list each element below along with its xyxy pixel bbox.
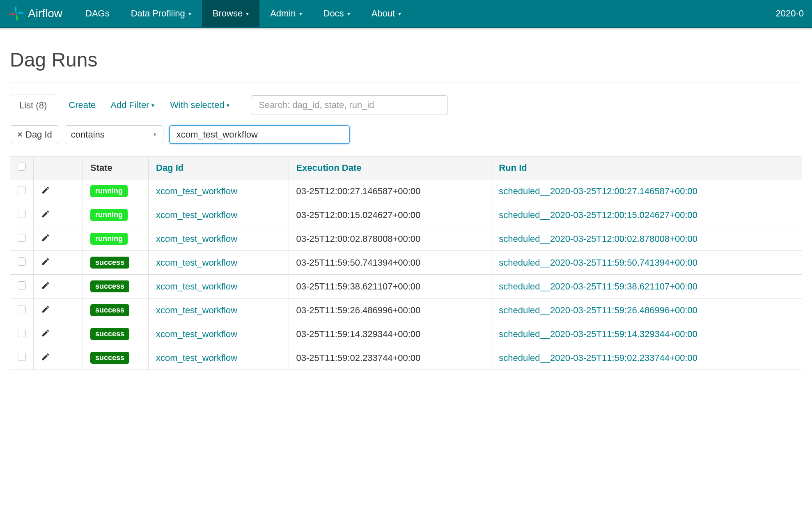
dag-id-cell[interactable]: xcom_test_workflow bbox=[149, 179, 289, 203]
execution-date-cell: 03-25T11:59:38.621107+00:00 bbox=[289, 275, 491, 299]
row-checkbox[interactable] bbox=[18, 329, 26, 337]
nav-item-label: Admin bbox=[270, 8, 296, 19]
edit-icon[interactable] bbox=[41, 257, 50, 269]
utc-clock: 2020-0 bbox=[775, 8, 804, 19]
table-row: successxcom_test_workflow03-25T11:59:14.… bbox=[10, 322, 802, 346]
edit-icon[interactable] bbox=[41, 233, 50, 245]
nav-item-docs[interactable]: Docs▾ bbox=[313, 0, 361, 27]
row-checkbox[interactable] bbox=[18, 353, 26, 361]
with-selected-link[interactable]: With selected▼ bbox=[167, 94, 233, 116]
filter-op-select[interactable]: contains ▼ bbox=[65, 125, 163, 144]
state-badge: running bbox=[90, 233, 128, 245]
filter-value-input[interactable] bbox=[169, 125, 350, 144]
state-badge: success bbox=[90, 257, 129, 269]
filter-field-chip[interactable]: ✕ Dag Id bbox=[10, 125, 59, 144]
remove-filter-icon[interactable]: ✕ bbox=[17, 130, 23, 139]
run-id-cell[interactable]: scheduled__2020-03-25T12:00:15.024627+00… bbox=[491, 203, 802, 227]
state-badge: success bbox=[90, 304, 129, 316]
dag-id-cell[interactable]: xcom_test_workflow bbox=[149, 346, 289, 370]
row-checkbox[interactable] bbox=[18, 281, 26, 289]
nav-item-browse[interactable]: Browse▾ bbox=[202, 0, 259, 27]
run-id-cell[interactable]: scheduled__2020-03-25T12:00:27.146587+00… bbox=[491, 179, 802, 203]
nav-item-label: DAGs bbox=[85, 8, 110, 19]
with-selected-label: With selected bbox=[170, 100, 224, 110]
search-input[interactable] bbox=[251, 95, 448, 115]
caret-down-icon: ▼ bbox=[225, 103, 230, 108]
dropdown-triangle-icon: ▼ bbox=[152, 132, 157, 138]
row-checkbox[interactable] bbox=[18, 234, 26, 242]
nav-item-admin[interactable]: Admin▾ bbox=[259, 0, 312, 27]
edit-icon[interactable] bbox=[41, 352, 50, 364]
caret-down-icon: ▾ bbox=[188, 10, 191, 17]
edit-icon[interactable] bbox=[41, 186, 50, 197]
edit-icon[interactable] bbox=[41, 281, 50, 292]
airflow-logo-icon bbox=[8, 5, 25, 22]
dag-id-cell[interactable]: xcom_test_workflow bbox=[149, 251, 289, 275]
brand-label: Airflow bbox=[28, 7, 62, 20]
state-badge: success bbox=[90, 328, 129, 340]
nav-item-dags[interactable]: DAGs bbox=[75, 0, 120, 27]
table-body: runningxcom_test_workflow03-25T12:00:27.… bbox=[10, 179, 802, 370]
dag-runs-table: State Dag Id Execution Date Run Id runni… bbox=[10, 156, 802, 370]
execution-date-cell: 03-25T11:59:02.233744+00:00 bbox=[289, 346, 491, 370]
edit-icon[interactable] bbox=[41, 328, 50, 340]
dag-id-cell[interactable]: xcom_test_workflow bbox=[149, 275, 289, 299]
page-title: Dag Runs bbox=[10, 48, 802, 71]
tab-row: List (8) Create Add Filter▼ With selecte… bbox=[10, 94, 802, 116]
execution-date-cell: 03-25T12:00:27.146587+00:00 bbox=[289, 179, 491, 203]
col-dag-id[interactable]: Dag Id bbox=[149, 157, 289, 179]
execution-date-cell: 03-25T11:59:50.741394+00:00 bbox=[289, 251, 491, 275]
caret-down-icon: ▾ bbox=[299, 10, 302, 17]
caret-down-icon: ▾ bbox=[246, 10, 249, 17]
table-row: runningxcom_test_workflow03-25T12:00:27.… bbox=[10, 179, 802, 203]
run-id-cell[interactable]: scheduled__2020-03-25T11:59:50.741394+00… bbox=[491, 251, 802, 275]
filter-op-value: contains bbox=[71, 129, 105, 140]
row-checkbox[interactable] bbox=[18, 257, 26, 266]
table-row: runningxcom_test_workflow03-25T12:00:02.… bbox=[10, 227, 802, 251]
state-badge: running bbox=[90, 185, 128, 197]
execution-date-cell: 03-25T11:59:14.329344+00:00 bbox=[289, 322, 491, 346]
table-row: successxcom_test_workflow03-25T11:59:26.… bbox=[10, 299, 802, 322]
col-execution-date[interactable]: Execution Date bbox=[289, 157, 491, 179]
execution-date-cell: 03-25T12:00:15.024627+00:00 bbox=[289, 203, 491, 227]
col-actions bbox=[34, 157, 83, 179]
table-row: successxcom_test_workflow03-25T11:59:50.… bbox=[10, 251, 802, 275]
main-container: Dag Runs List (8) Create Add Filter▼ Wit… bbox=[0, 28, 812, 382]
row-checkbox[interactable] bbox=[18, 305, 26, 313]
filter-row: ✕ Dag Id contains ▼ bbox=[10, 125, 802, 144]
col-run-id[interactable]: Run Id bbox=[491, 157, 802, 179]
run-id-cell[interactable]: scheduled__2020-03-25T11:59:38.621107+00… bbox=[491, 275, 802, 299]
dag-id-cell[interactable]: xcom_test_workflow bbox=[149, 227, 289, 251]
caret-down-icon: ▾ bbox=[398, 10, 401, 17]
run-id-cell[interactable]: scheduled__2020-03-25T11:59:26.486996+00… bbox=[491, 299, 802, 322]
table-header-row: State Dag Id Execution Date Run Id bbox=[10, 157, 802, 179]
caret-down-icon: ▾ bbox=[347, 10, 350, 17]
table-row: runningxcom_test_workflow03-25T12:00:15.… bbox=[10, 203, 802, 227]
brand[interactable]: Airflow bbox=[8, 5, 62, 22]
nav-item-data-profiling[interactable]: Data Profiling▾ bbox=[120, 0, 202, 27]
add-filter-link[interactable]: Add Filter▼ bbox=[108, 94, 158, 116]
state-badge: success bbox=[90, 352, 129, 364]
dag-id-cell[interactable]: xcom_test_workflow bbox=[149, 203, 289, 227]
edit-icon[interactable] bbox=[41, 305, 50, 316]
create-link[interactable]: Create bbox=[66, 94, 98, 116]
row-checkbox[interactable] bbox=[18, 186, 26, 194]
nav-item-about[interactable]: About▾ bbox=[361, 0, 412, 27]
run-id-cell[interactable]: scheduled__2020-03-25T11:59:14.329344+00… bbox=[491, 322, 802, 346]
nav-items: DAGsData Profiling▾Browse▾Admin▾Docs▾Abo… bbox=[75, 0, 412, 27]
nav-item-label: About bbox=[372, 8, 395, 19]
state-badge: running bbox=[90, 209, 128, 221]
caret-down-icon: ▼ bbox=[150, 103, 155, 108]
edit-icon[interactable] bbox=[41, 209, 50, 221]
col-state: State bbox=[83, 157, 149, 179]
execution-date-cell: 03-25T11:59:26.486996+00:00 bbox=[289, 299, 491, 322]
run-id-cell[interactable]: scheduled__2020-03-25T12:00:02.878008+00… bbox=[491, 227, 802, 251]
dag-id-cell[interactable]: xcom_test_workflow bbox=[149, 322, 289, 346]
row-checkbox[interactable] bbox=[18, 210, 26, 218]
dag-id-cell[interactable]: xcom_test_workflow bbox=[149, 299, 289, 322]
run-id-cell[interactable]: scheduled__2020-03-25T11:59:02.233744+00… bbox=[491, 346, 802, 370]
select-all-checkbox[interactable] bbox=[18, 163, 26, 171]
tab-list[interactable]: List (8) bbox=[10, 94, 56, 117]
navbar: Airflow DAGsData Profiling▾Browse▾Admin▾… bbox=[0, 0, 812, 28]
filter-field-label: Dag Id bbox=[25, 129, 52, 140]
